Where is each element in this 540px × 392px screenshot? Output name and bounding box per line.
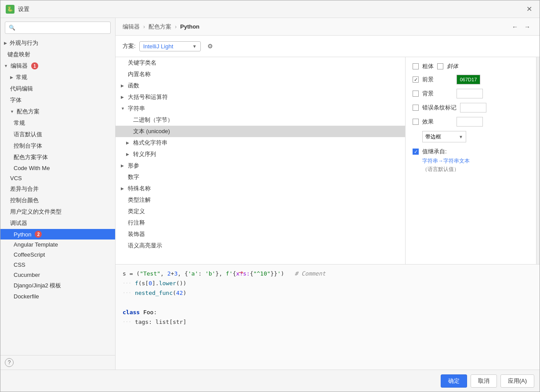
cancel-button[interactable]: 取消 xyxy=(471,374,497,388)
sidebar-item-console-font[interactable]: 控制台字体 xyxy=(0,140,115,152)
app-icon: 🐍 xyxy=(6,5,14,14)
sidebar-item-scheme-general[interactable]: 常规 xyxy=(0,117,115,129)
tree-item-param[interactable]: ▶ 形参 xyxy=(116,160,405,171)
foreground-checkbox[interactable] xyxy=(413,76,419,83)
sidebar-item-appearance[interactable]: ▶ 外观与行为 xyxy=(0,37,115,49)
main-panel: 编辑器 › 配色方案 › Python ← → 方案: IntelliJ Lig… xyxy=(116,18,540,370)
sidebar-nav: ▶ 外观与行为 键盘映射 ▼ 编辑器 1 ▶ 常规 代码编辑 xyxy=(0,37,115,355)
code-line-1: s = ("Test", 2+3, {'a': 'b'}, f'{x!s:{"^… xyxy=(123,269,533,279)
scheme-dropdown[interactable]: IntelliJ Light ▼ xyxy=(139,41,201,51)
tree-item-semantic[interactable]: 语义高亮显示 xyxy=(116,240,405,251)
tree-item-escape[interactable]: ▶ 转义序列 xyxy=(116,149,405,160)
effects-checkbox[interactable] xyxy=(413,119,419,125)
help-button[interactable]: ? xyxy=(5,358,14,367)
settings-window: 🐍 设置 ✕ 🔍 ▶ 外观与行为 键盘映射 ▼ xyxy=(0,0,540,392)
tree-item-line-comment[interactable]: 行注释 xyxy=(116,217,405,229)
tree-item-braces[interactable]: ▶ 大括号和运算符 xyxy=(116,91,405,103)
sidebar-item-debugger[interactable]: 调试器 xyxy=(0,218,115,229)
effects-value xyxy=(457,117,483,127)
foreground-color-swatch[interactable]: 067D17 xyxy=(457,75,480,84)
error-stripe-label: 错误条纹标记 xyxy=(422,104,457,112)
chevron-right-fn: ▶ xyxy=(121,83,126,88)
code-line-4: class Foo: xyxy=(123,308,533,317)
background-row: 背景 xyxy=(413,89,529,98)
background-checkbox[interactable] xyxy=(413,91,419,97)
tree-item-builtin[interactable]: 内置名称 xyxy=(116,69,405,80)
chevron-right-icon: ▶ xyxy=(4,41,7,45)
sidebar-item-color-scheme[interactable]: ▼ 配色方案 xyxy=(0,106,115,117)
sidebar-item-django[interactable]: Django/Jinja2 模板 xyxy=(0,280,115,291)
gear-icon: ⚙ xyxy=(207,43,213,50)
inherit-checkbox[interactable] xyxy=(413,149,419,155)
breadcrumb: 编辑器 › 配色方案 › Python ← → xyxy=(116,18,540,36)
sidebar-item-editor[interactable]: ▼ 编辑器 1 xyxy=(0,60,115,72)
sidebar-item-cucumber[interactable]: Cucumber xyxy=(0,270,115,280)
code-line-empty xyxy=(123,298,533,308)
tree-item-fstring[interactable]: ▶ 格式化字符串 xyxy=(116,137,405,149)
background-label: 背景 xyxy=(422,90,453,98)
effects-row: 效果 xyxy=(413,117,529,127)
close-button[interactable]: ✕ xyxy=(524,4,534,15)
tree-item-binary[interactable]: 二进制（字节） xyxy=(116,114,405,126)
border-row: 带边框 ▼ xyxy=(413,131,529,142)
italic-checkbox[interactable] xyxy=(437,63,443,69)
tree-item-class-def[interactable]: 类定义 xyxy=(116,206,405,217)
chevron-right-fs: ▶ xyxy=(126,141,131,145)
window-title: 设置 xyxy=(18,5,524,13)
sidebar-item-console-colors[interactable]: 控制台颜色 xyxy=(0,195,115,206)
apply-button[interactable]: 应用(A) xyxy=(500,374,534,388)
code-line-3: ···nested_func(42) xyxy=(123,288,533,298)
background-value xyxy=(457,89,483,98)
nav-forward-button[interactable]: → xyxy=(522,22,533,32)
sidebar-item-coffeescript[interactable]: CoffeeScript xyxy=(0,250,115,260)
sidebar-item-keymap[interactable]: 键盘映射 xyxy=(0,49,115,60)
sidebar-item-lang-default[interactable]: 语言默认值 xyxy=(0,129,115,140)
sidebar-item-general[interactable]: ▶ 常规 xyxy=(0,72,115,83)
dropdown-icon: ▼ xyxy=(459,134,463,139)
editor-badge: 1 xyxy=(31,62,38,69)
inherit-sublabel: （语言默认值） xyxy=(422,166,529,173)
bold-checkbox[interactable] xyxy=(413,63,419,69)
sidebar-item-scheme-font[interactable]: 配色方案字体 xyxy=(0,152,115,163)
tree-item-keyword[interactable]: 关键字类名 xyxy=(116,57,405,69)
tree-item-decorator[interactable]: 装饰器 xyxy=(116,229,405,240)
nav-back-button[interactable]: ← xyxy=(510,22,520,32)
tree-item-type-annotation[interactable]: 类型注解 xyxy=(116,194,405,206)
tree-panel: 关键字类名 内置名称 ▶ 函数 ▶ 大括号和运算符 xyxy=(116,57,406,264)
inherit-section: 值继承自: xyxy=(413,148,529,156)
foreground-row: 前景 067D17 xyxy=(413,75,529,84)
right-scrollbar[interactable] xyxy=(536,57,540,264)
chevron-down-icon2: ▼ xyxy=(10,109,14,114)
sidebar-item-file-types[interactable]: 用户定义的文件类型 xyxy=(0,206,115,218)
ok-button[interactable]: 确定 xyxy=(441,374,467,388)
code-line-2: ···f(s[0].lower()) xyxy=(123,279,533,288)
search-box[interactable]: 🔍 xyxy=(5,22,111,34)
scheme-label: 方案: xyxy=(123,42,136,50)
foreground-label: 前景 xyxy=(422,76,453,83)
sidebar-item-dockerfile[interactable]: Dockerfile xyxy=(0,291,115,301)
error-stripe-checkbox[interactable] xyxy=(413,105,419,111)
sidebar-item-python[interactable]: Python 2 xyxy=(0,229,115,240)
search-input[interactable] xyxy=(18,25,107,31)
inherit-label: 值继承自: xyxy=(422,148,447,156)
tree-item-function[interactable]: ▶ 函数 xyxy=(116,80,405,91)
sidebar-item-code-with-me[interactable]: Code With Me xyxy=(0,163,115,173)
sidebar-item-font[interactable]: 字体 xyxy=(0,94,115,106)
inherit-link[interactable]: 字符串→字符串文本 xyxy=(422,158,470,164)
sidebar-item-diff-merge[interactable]: 差异与合并 xyxy=(0,183,115,195)
tree-item-special[interactable]: ▶ 特殊名称 xyxy=(116,183,405,194)
chevron-right-esc: ▶ xyxy=(126,152,131,156)
breadcrumb-current: Python xyxy=(180,23,199,30)
sidebar-item-vcs[interactable]: VCS xyxy=(0,173,115,183)
scheme-gear-button[interactable]: ⚙ xyxy=(204,40,217,52)
border-dropdown[interactable]: 带边框 ▼ xyxy=(422,131,466,142)
tree-item-text-unicode[interactable]: 文本 (unicode) xyxy=(116,126,405,137)
tree-item-number[interactable]: 数字 xyxy=(116,171,405,183)
sidebar-item-code-editing[interactable]: 代码编辑 xyxy=(0,83,115,94)
sidebar-bottom: ? xyxy=(0,355,115,370)
sidebar-item-css[interactable]: CSS xyxy=(0,260,115,270)
tree-item-string[interactable]: ▼ 字符串 xyxy=(116,103,405,114)
italic-label: 斜体 xyxy=(447,62,458,70)
sidebar-item-angular[interactable]: Angular Template xyxy=(0,240,115,250)
chevron-right-icon2: ▶ xyxy=(10,75,13,80)
